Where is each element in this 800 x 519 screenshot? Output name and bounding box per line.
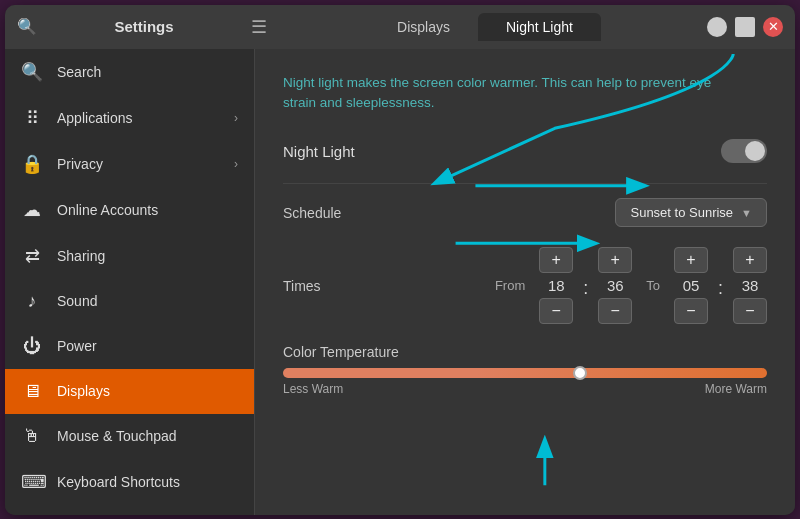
to-label: To (640, 278, 666, 293)
min-from-decrement[interactable]: − (598, 298, 632, 324)
hour-from-decrement[interactable]: − (539, 298, 573, 324)
hour-to-spinner: + 05 − (674, 247, 708, 324)
main-area: 🔍 Search ⠿ Applications › 🔒 Privacy › ☁ … (5, 49, 795, 515)
sharing-icon: ⇄ (21, 245, 43, 267)
color-temp-slider-track (283, 368, 767, 378)
displays-icon: 🖥 (21, 381, 43, 402)
night-light-row: Night Light (283, 139, 767, 163)
titlebar-tabs: Displays Night Light (267, 13, 703, 41)
tab-displays[interactable]: Displays (369, 13, 478, 41)
color-temp-slider-container (283, 368, 767, 378)
applications-icon: ⠿ (21, 107, 43, 129)
sidebar: 🔍 Search ⠿ Applications › 🔒 Privacy › ☁ … (5, 49, 255, 515)
sidebar-item-applications[interactable]: ⠿ Applications › (5, 95, 254, 141)
hour-to-decrement[interactable]: − (674, 298, 708, 324)
toggle-knob (745, 141, 765, 161)
content-area: Night light makes the screen color warme… (255, 49, 795, 515)
privacy-icon: 🔒 (21, 153, 43, 175)
min-from-value: 36 (600, 275, 630, 296)
hour-to-increment[interactable]: + (674, 247, 708, 273)
sidebar-item-displays[interactable]: 🖥 Displays (5, 369, 254, 414)
hour-from-value: 18 (541, 275, 571, 296)
tab-night-light[interactable]: Night Light (478, 13, 601, 41)
colon-2: : (716, 272, 725, 299)
sidebar-label-online-accounts: Online Accounts (57, 202, 158, 218)
more-warm-label: More Warm (705, 382, 767, 396)
maximize-button[interactable]: □ (735, 17, 755, 37)
min-to-spinner: + 38 − (733, 247, 767, 324)
color-temperature-row: Color Temperature Less Warm More Warm (283, 344, 767, 396)
less-warm-label: Less Warm (283, 382, 343, 396)
sidebar-item-search[interactable]: 🔍 Search (5, 49, 254, 95)
mouse-icon: 🖱 (21, 426, 43, 447)
sidebar-item-privacy[interactable]: 🔒 Privacy › (5, 141, 254, 187)
titlebar-left: 🔍 Settings ☰ (17, 16, 267, 38)
times-controls: From + 18 − : + 36 − To (489, 247, 767, 324)
menu-icon[interactable]: ☰ (251, 16, 267, 38)
divider-1 (283, 183, 767, 184)
night-light-label: Night Light (283, 143, 433, 160)
min-to-increment[interactable]: + (733, 247, 767, 273)
minimize-button[interactable]: − (707, 17, 727, 37)
window-controls: − □ ✕ (703, 17, 783, 37)
slider-labels: Less Warm More Warm (283, 382, 767, 396)
window-title: Settings (47, 18, 241, 35)
color-temp-label: Color Temperature (283, 344, 767, 360)
sidebar-item-keyboard[interactable]: ⌨ Keyboard Shortcuts (5, 459, 254, 505)
sound-icon: ♪ (21, 291, 43, 312)
schedule-value: Sunset to Sunrise (630, 205, 733, 220)
sidebar-label-applications: Applications (57, 110, 133, 126)
schedule-label: Schedule (283, 205, 363, 221)
sidebar-item-sound[interactable]: ♪ Sound (5, 279, 254, 324)
power-icon: ⏻ (21, 336, 43, 357)
schedule-dropdown[interactable]: Sunset to Sunrise ▼ (615, 198, 767, 227)
min-from-increment[interactable]: + (598, 247, 632, 273)
min-to-decrement[interactable]: − (733, 298, 767, 324)
sidebar-item-sharing[interactable]: ⇄ Sharing (5, 233, 254, 279)
chevron-applications: › (234, 111, 238, 125)
sidebar-item-power[interactable]: ⏻ Power (5, 324, 254, 369)
times-row: Times From + 18 − : + 36 − (283, 247, 767, 324)
color-temp-slider-thumb[interactable] (573, 366, 587, 380)
search-icon: 🔍 (17, 17, 37, 36)
sidebar-label-sound: Sound (57, 293, 97, 309)
online-accounts-icon: ☁ (21, 199, 43, 221)
night-light-description: Night light makes the screen color warme… (283, 73, 743, 114)
sidebar-label-privacy: Privacy (57, 156, 103, 172)
min-to-value: 38 (735, 275, 765, 296)
sidebar-label-mouse: Mouse & Touchpad (57, 428, 177, 444)
sidebar-item-online-accounts[interactable]: ☁ Online Accounts (5, 187, 254, 233)
sidebar-item-label-search: Search (57, 64, 101, 80)
dropdown-arrow-icon: ▼ (741, 207, 752, 219)
chevron-privacy: › (234, 157, 238, 171)
schedule-row: Schedule Sunset to Sunrise ▼ (283, 198, 767, 227)
settings-window: 🔍 Settings ☰ Displays Night Light − □ ✕ … (5, 5, 795, 515)
sidebar-label-keyboard: Keyboard Shortcuts (57, 474, 180, 490)
night-light-toggle[interactable] (721, 139, 767, 163)
keyboard-icon: ⌨ (21, 471, 43, 493)
min-from-spinner: + 36 − (598, 247, 632, 324)
sidebar-item-mouse[interactable]: 🖱 Mouse & Touchpad (5, 414, 254, 459)
times-label: Times (283, 278, 363, 294)
sidebar-label-sharing: Sharing (57, 248, 105, 264)
sidebar-item-printers[interactable]: 🖨 Printers (5, 505, 254, 515)
search-sidebar-icon: 🔍 (21, 61, 43, 83)
hour-to-value: 05 (676, 275, 706, 296)
sidebar-label-power: Power (57, 338, 97, 354)
hour-from-increment[interactable]: + (539, 247, 573, 273)
colon-1: : (581, 272, 590, 299)
titlebar: 🔍 Settings ☰ Displays Night Light − □ ✕ (5, 5, 795, 49)
hour-from-spinner: + 18 − (539, 247, 573, 324)
from-label: From (489, 278, 531, 293)
close-button[interactable]: ✕ (763, 17, 783, 37)
sidebar-label-displays: Displays (57, 383, 110, 399)
